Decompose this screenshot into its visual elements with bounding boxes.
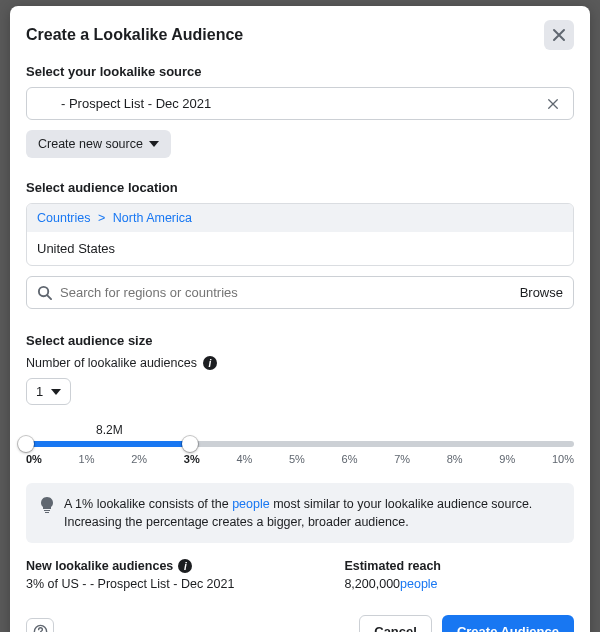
close-icon (547, 98, 559, 110)
modal-title: Create a Lookalike Audience (26, 26, 243, 44)
slider-tick: 0% (26, 453, 42, 465)
modal-footer: Cancel Create Audience (26, 605, 574, 632)
slider-tick: 4% (236, 453, 252, 465)
help-icon (33, 624, 48, 632)
slider-tick: 10% (552, 453, 574, 465)
source-value: - Prospect List - Dec 2021 (37, 96, 211, 111)
cancel-button[interactable]: Cancel (359, 615, 432, 632)
slider-tick: 2% (131, 453, 147, 465)
close-button[interactable] (544, 20, 574, 50)
slider-handle-end[interactable] (182, 436, 198, 452)
svg-point-1 (34, 626, 46, 632)
source-section-label: Select your lookalike source (26, 64, 574, 79)
note-text: A 1% lookalike consists of the people mo… (64, 495, 560, 531)
location-breadcrumb: Countries > North America (27, 204, 573, 232)
browse-button[interactable]: Browse (520, 285, 563, 300)
location-search-input[interactable] (60, 285, 520, 300)
slider-tick: 7% (394, 453, 410, 465)
people-link[interactable]: people (232, 497, 270, 511)
info-icon[interactable]: i (178, 559, 192, 573)
create-new-source-button[interactable]: Create new source (26, 130, 171, 158)
location-section-label: Select audience location (26, 180, 574, 195)
breadcrumb-countries-link[interactable]: Countries (37, 211, 91, 225)
estimated-reach-value: 8,200,000people (344, 577, 441, 591)
lookalike-modal: Create a Lookalike Audience Select your … (10, 6, 590, 632)
create-audience-button[interactable]: Create Audience (442, 615, 574, 632)
clear-source-button[interactable] (543, 98, 563, 110)
new-audiences-label: New lookalike audiences i (26, 559, 234, 573)
people-link[interactable]: people (400, 577, 438, 591)
slider-tick: 3% (184, 453, 200, 465)
location-block: Countries > North America United States (26, 203, 574, 266)
breadcrumb-region-link[interactable]: North America (113, 211, 192, 225)
close-icon (552, 28, 566, 42)
slider-tick: 5% (289, 453, 305, 465)
slider-fill (26, 441, 190, 447)
caret-down-icon (51, 389, 61, 395)
slider-tick-labels: 0% 1% 2% 3% 4% 5% 6% 7% 8% 9% 10% (26, 453, 574, 465)
lightbulb-icon (40, 497, 54, 531)
slider-tick: 1% (79, 453, 95, 465)
slider-tooltip-value: 8.2M (96, 423, 574, 437)
info-icon[interactable]: i (203, 356, 217, 370)
caret-down-icon (149, 141, 159, 147)
audience-count-select[interactable]: 1 (26, 378, 71, 405)
selected-country[interactable]: United States (27, 232, 573, 265)
estimated-reach-label: Estimated reach (344, 559, 441, 573)
size-note: A 1% lookalike consists of the people mo… (26, 483, 574, 543)
help-button[interactable] (26, 618, 54, 632)
create-new-source-label: Create new source (38, 137, 143, 151)
slider-tick: 6% (342, 453, 358, 465)
modal-header: Create a Lookalike Audience (26, 20, 574, 50)
audience-count-value: 1 (36, 384, 43, 399)
new-audiences-value: 3% of US - - Prospect List - Dec 2021 (26, 577, 234, 591)
size-slider[interactable] (26, 441, 574, 447)
slider-handle-start[interactable] (18, 436, 34, 452)
location-search-row: Browse (26, 276, 574, 309)
breadcrumb-separator: > (94, 211, 109, 225)
slider-tick: 8% (447, 453, 463, 465)
source-input[interactable]: - Prospect List - Dec 2021 (26, 87, 574, 120)
audience-count-label: Number of lookalike audiences (26, 356, 197, 370)
slider-tick: 9% (499, 453, 515, 465)
size-section-label: Select audience size (26, 333, 574, 348)
search-icon (37, 285, 52, 300)
